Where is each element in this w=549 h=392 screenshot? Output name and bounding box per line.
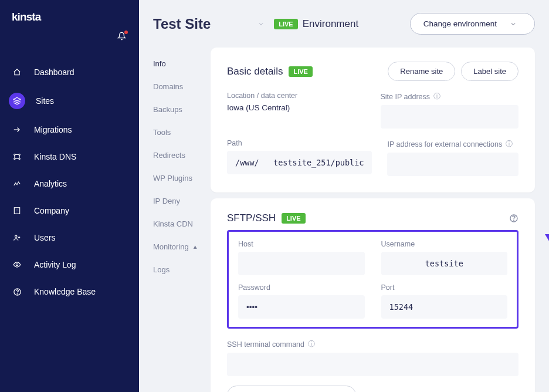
nav-label: Kinsta DNS	[34, 152, 76, 161]
subnav-cdn[interactable]: Kinsta CDN	[153, 212, 211, 235]
network-icon	[11, 150, 23, 163]
ssh-command-value	[227, 353, 518, 376]
warning-icon: ▲	[192, 244, 198, 250]
content-area: Basic details LIVE Rename site Label sit…	[211, 48, 549, 392]
password-value: ••••	[238, 295, 365, 319]
nav-users[interactable]: Users	[0, 224, 139, 251]
nav-knowledge-base[interactable]: Knowledge Base	[0, 278, 139, 305]
basic-details-card: Basic details LIVE Rename site Label sit…	[211, 48, 535, 192]
location-label: Location / data center	[227, 92, 365, 100]
svg-point-1	[14, 154, 15, 155]
ext-ip-value	[387, 153, 518, 176]
nav-label: Analytics	[34, 179, 67, 188]
site-ip-label: Site IP address	[381, 93, 431, 101]
help-icon[interactable]: ⓘ	[308, 339, 315, 349]
sftp-ssh-card: SFTP/SSH LIVE Host Username t	[211, 198, 535, 392]
subnav-info[interactable]: Info	[153, 52, 211, 75]
nav-sites[interactable]: Sites	[0, 86, 139, 116]
primary-nav: Dashboard Sites Migrations Kinsta DNS An…	[0, 59, 139, 305]
live-badge: LIVE	[282, 213, 305, 224]
nav-label: Activity Log	[34, 260, 76, 269]
svg-point-7	[16, 263, 18, 266]
environment-badge: LIVE	[274, 19, 297, 29]
ext-ip-label: IP address for external connections	[387, 140, 502, 148]
chevron-down-icon[interactable]	[257, 21, 265, 28]
nav-label: Company	[34, 206, 69, 215]
live-badge: LIVE	[289, 66, 312, 77]
nav-activity[interactable]: Activity Log	[0, 251, 139, 278]
card-title: Basic details	[227, 66, 283, 77]
host-value	[238, 252, 365, 275]
change-environment-button[interactable]: Change environment	[410, 13, 535, 35]
notifications-icon[interactable]	[117, 32, 126, 40]
nav-label: Knowledge Base	[34, 287, 96, 296]
nav-company[interactable]: Company	[0, 197, 139, 224]
subnav-ip-deny[interactable]: IP Deny	[153, 190, 211, 212]
home-icon	[11, 66, 23, 79]
username-value: testsite	[381, 252, 508, 275]
path-value: /www/ testsite_251/public	[227, 151, 372, 174]
subnav-logs[interactable]: Logs	[153, 258, 211, 281]
port-label: Port	[381, 283, 508, 292]
layers-icon	[9, 93, 25, 109]
svg-point-6	[15, 235, 18, 238]
port-value: 15244	[381, 295, 508, 319]
svg-point-4	[19, 158, 20, 159]
subnav-domains[interactable]: Domains	[153, 75, 211, 98]
eye-icon	[11, 258, 23, 271]
subnav-redirects[interactable]: Redirects	[153, 144, 211, 167]
label-site-button[interactable]: Label site	[461, 62, 518, 81]
generate-sftp-password-button[interactable]: Generate new SFTP password	[227, 386, 356, 392]
arrow-right-icon	[11, 123, 23, 136]
main-content: Test Site LIVE Environment Change enviro…	[139, 0, 549, 392]
subnav-tools[interactable]: Tools	[153, 121, 211, 144]
nav-label: Dashboard	[34, 67, 74, 77]
svg-point-3	[14, 158, 15, 159]
nav-dns[interactable]: Kinsta DNS	[0, 143, 139, 170]
nav-label: Users	[34, 233, 56, 242]
sftp-credentials-highlight: Host Username testsite Password ••••	[227, 230, 518, 329]
page-header: Test Site LIVE Environment Change enviro…	[139, 0, 549, 48]
nav-label: Sites	[36, 96, 54, 106]
building-icon	[11, 204, 23, 217]
host-label: Host	[238, 240, 365, 248]
location-value: Iowa (US Central)	[227, 103, 365, 112]
annotation-arrow	[539, 155, 549, 255]
svg-rect-5	[14, 208, 19, 214]
brand-logo: kinsta	[0, 0, 139, 31]
help-icon	[11, 285, 23, 298]
primary-sidebar: kinsta Dashboard Sites Migrations Kinsta…	[0, 0, 139, 392]
svg-point-9	[17, 293, 18, 294]
change-env-label: Change environment	[423, 19, 497, 28]
svg-text:kinsta: kinsta	[12, 11, 42, 23]
help-icon[interactable]: ⓘ	[506, 139, 513, 149]
password-label: Password	[238, 283, 365, 292]
chevron-down-icon	[510, 21, 517, 28]
site-subnav: Info Domains Backups Tools Redirects WP …	[139, 48, 211, 392]
svg-point-12	[514, 220, 514, 221]
help-icon[interactable]	[509, 214, 518, 223]
ssh-command-label: SSH terminal command	[227, 340, 304, 349]
nav-migrations[interactable]: Migrations	[0, 116, 139, 143]
site-title: Test Site	[153, 16, 211, 32]
svg-point-2	[19, 154, 20, 155]
subnav-backups[interactable]: Backups	[153, 98, 211, 121]
environment-label: Environment	[303, 18, 358, 30]
subnav-monitoring[interactable]: Monitoring▲	[153, 235, 211, 258]
site-ip-value	[381, 105, 519, 129]
nav-dashboard[interactable]: Dashboard	[0, 59, 139, 86]
path-label: Path	[227, 139, 372, 147]
nav-analytics[interactable]: Analytics	[0, 170, 139, 197]
card-title: SFTP/SSH	[227, 212, 276, 224]
username-label: Username	[381, 240, 508, 248]
help-icon[interactable]: ⓘ	[433, 92, 440, 102]
user-plus-icon	[11, 231, 23, 244]
nav-label: Migrations	[34, 125, 72, 134]
chart-icon	[11, 177, 23, 190]
subnav-wp-plugins[interactable]: WP Plugins	[153, 167, 211, 190]
rename-site-button[interactable]: Rename site	[388, 62, 455, 81]
